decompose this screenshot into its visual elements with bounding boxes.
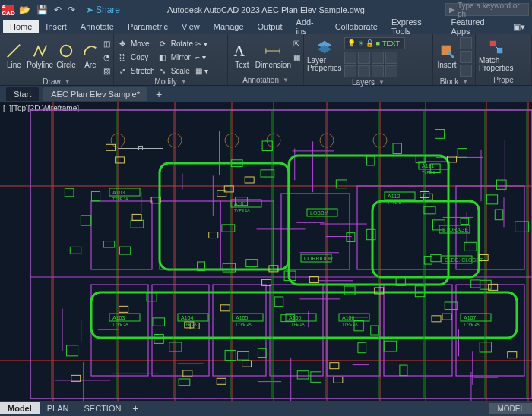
circle-button[interactable]: Circle — [55, 36, 78, 75]
array-button[interactable]: ▦ ▾ — [195, 65, 208, 77]
file-tab-current[interactable]: AEC Plan Elev Sample* — [43, 87, 147, 101]
svg-rect-141 — [400, 365, 407, 376]
draw-extra-3[interactable]: ▨ — [103, 65, 110, 77]
layout-tab-plan[interactable]: PLAN — [40, 402, 77, 414]
svg-rect-137 — [169, 342, 182, 351]
polyline-button[interactable]: Polyline — [27, 36, 53, 75]
svg-rect-124 — [81, 216, 90, 225]
svg-rect-80 — [327, 285, 380, 376]
rotate-button[interactable]: ⟳Rotate — [157, 37, 193, 49]
svg-text:TYPE 3A: TYPE 3A — [181, 322, 197, 326]
panel-layers-title: Layers — [352, 78, 375, 87]
layer-tool-8[interactable] — [385, 65, 397, 77]
new-layout-tab[interactable]: + — [128, 402, 142, 415]
panel-modify-title: Modify — [154, 77, 176, 86]
svg-rect-145 — [153, 318, 165, 326]
panel-draw-title: Draw — [43, 77, 60, 86]
arc-button[interactable]: Arc — [79, 36, 101, 75]
share-button[interactable]: ➤ Share — [86, 5, 120, 15]
svg-rect-121 — [393, 143, 401, 154]
svg-text:TYPE 1A: TYPE 1A — [234, 208, 250, 213]
new-file-tab[interactable]: + — [152, 87, 166, 101]
svg-text:A103: A103 — [112, 315, 125, 320]
tab-output[interactable]: Output — [251, 20, 290, 33]
svg-text:TYPE 1A: TYPE 1A — [342, 322, 358, 326]
svg-rect-183 — [245, 177, 254, 183]
svg-rect-176 — [423, 194, 432, 200]
svg-rect-107 — [461, 218, 468, 224]
move-button[interactable]: ✥Move — [117, 37, 155, 49]
file-tab-start[interactable]: Start — [6, 87, 39, 101]
svg-rect-123 — [366, 229, 375, 239]
line-button[interactable]: Line — [3, 36, 25, 75]
search-input[interactable]: ▶ Type a keyword or ph — [445, 3, 529, 16]
block-tool-2[interactable] — [460, 51, 472, 63]
layer-tool-5[interactable] — [344, 65, 356, 77]
save-icon[interactable]: 💾 — [36, 5, 48, 15]
layer-properties-button[interactable]: Layer Properties — [307, 36, 342, 75]
svg-rect-184 — [442, 314, 451, 320]
svg-rect-160 — [334, 377, 343, 383]
match-properties-button[interactable]: Match Properties — [479, 36, 514, 75]
drawing-canvas[interactable]: [–][Top][2D Wireframe] A103TYPE 3AA101TY… — [0, 102, 532, 401]
svg-rect-8 — [490, 41, 496, 46]
dimension-button[interactable]: Dimension — [255, 36, 291, 75]
tab-insert[interactable]: Insert — [39, 20, 74, 33]
svg-rect-132 — [371, 326, 378, 335]
svg-rect-99 — [336, 180, 347, 188]
layer-tool-2[interactable] — [358, 52, 370, 64]
layer-tool-3[interactable] — [372, 52, 384, 64]
svg-rect-138 — [131, 220, 144, 228]
svg-rect-120 — [358, 342, 366, 352]
svg-rect-158 — [330, 363, 339, 369]
tab-parametric[interactable]: Parametric — [121, 20, 175, 33]
svg-rect-133 — [464, 242, 477, 251]
window-title: Autodesk AutoCAD 2023 AEC Plan Elev Samp… — [167, 5, 365, 14]
svg-rect-76 — [91, 285, 148, 376]
svg-rect-122 — [458, 149, 467, 158]
svg-text:A106: A106 — [289, 315, 301, 320]
tab-collaborate[interactable]: Collaborate — [328, 20, 385, 33]
svg-rect-77 — [152, 285, 209, 376]
svg-text:A111: A111 — [422, 163, 434, 169]
svg-rect-112 — [347, 233, 355, 242]
stretch-button[interactable]: ⤢Stretch — [117, 65, 155, 77]
mirror-button[interactable]: ◧Mirror — [157, 51, 193, 63]
draw-extra-2[interactable]: ◔ — [103, 51, 110, 63]
svg-rect-110 — [471, 280, 480, 288]
svg-rect-117 — [258, 348, 266, 357]
layout-tab-section[interactable]: SECTION — [77, 402, 129, 414]
tab-home[interactable]: Home — [3, 20, 39, 33]
open-icon[interactable]: 📂 — [19, 5, 30, 15]
text-button[interactable]: AText — [231, 36, 253, 75]
layer-combo[interactable]: 💡 ☀ 🔓 ■ TEXT — [344, 37, 405, 49]
svg-rect-114 — [486, 195, 497, 204]
insert-block-button[interactable]: Insert — [436, 36, 458, 75]
svg-rect-79 — [270, 285, 323, 376]
block-tool-3[interactable] — [460, 65, 472, 77]
model-status-button[interactable]: MODEL — [489, 403, 532, 414]
svg-rect-74 — [357, 186, 448, 269]
undo-icon[interactable]: ↶ — [54, 5, 62, 15]
tab-view[interactable]: View — [175, 20, 207, 33]
redo-icon[interactable]: ↷ — [68, 5, 75, 15]
fillet-button[interactable]: ⌐ ▾ — [195, 51, 208, 63]
trim-button[interactable]: ✂ ▾ — [195, 37, 208, 49]
layout-tab-model[interactable]: Model — [0, 402, 40, 414]
scale-button[interactable]: ⤡Scale — [157, 65, 193, 77]
svg-text:STORAGE: STORAGE — [442, 227, 468, 232]
layer-tool-1[interactable] — [344, 52, 356, 64]
table-button[interactable]: ▦ — [293, 51, 300, 63]
leader-button[interactable]: ⇱ — [293, 37, 300, 49]
tab-annotate[interactable]: Annotate — [74, 20, 121, 33]
layer-tool-7[interactable] — [372, 65, 384, 77]
layer-tool-6[interactable] — [358, 65, 370, 77]
layer-tool-4[interactable] — [385, 52, 397, 64]
copy-button[interactable]: ⿻Copy — [117, 51, 155, 63]
svg-rect-102 — [311, 372, 321, 383]
draw-extra-1[interactable]: ◫ — [103, 37, 110, 49]
svg-text:A101: A101 — [234, 201, 246, 206]
tab-manage[interactable]: Manage — [207, 20, 251, 33]
block-tool-1[interactable] — [460, 37, 472, 49]
ribbon-expand[interactable]: ▣▾ — [506, 20, 532, 33]
